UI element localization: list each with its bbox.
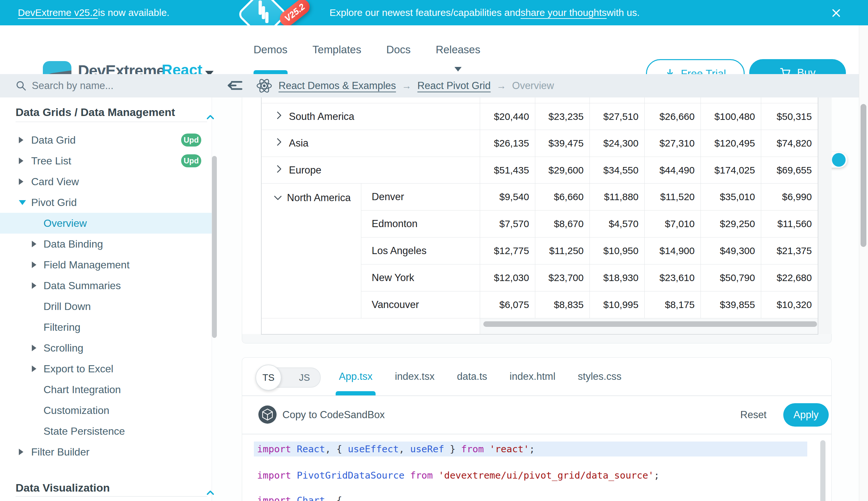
tab-app-tsx[interactable]: App.tsx [339,358,372,395]
pivot-cell: $100,480 [701,103,761,130]
sidebar-item-label: State Persistence [44,425,125,437]
sidebar-item-scrolling[interactable]: Scrolling [0,338,212,358]
banner-version-rest: is now available. [98,7,169,18]
chevron-up-icon [207,109,214,122]
tab-index-tsx[interactable]: index.tsx [395,358,434,395]
language-option-js[interactable]: JS [292,368,318,387]
copy-to-codesandbox-button[interactable]: Copy to CodeSandBox [283,396,385,434]
tab-index-html[interactable]: index.html [510,358,556,395]
chevron-right-icon [19,449,23,455]
breadcrumb-item-react-pivot-grid[interactable]: React Pivot Grid [417,80,491,92]
sidebar-scrollbar[interactable] [212,156,217,338]
code-token: ; [654,470,659,481]
pivot-cell: $8,835 [535,291,590,318]
pivot-row-south-america[interactable]: South America [262,103,480,130]
pivot-city-los-angeles[interactable]: Los Angeles [361,237,480,265]
pivot-city-vancouver[interactable]: Vancouver [361,291,480,318]
breadcrumb-separator: → [497,80,506,91]
language-toggle-knob[interactable]: TS [255,364,282,391]
sidebar-item-filter-builder[interactable]: Filter Builder [0,441,212,462]
nav-demos[interactable]: Demos [253,25,288,74]
pivot-cell: $23,700 [535,265,590,291]
sidebar-item-pivot-grid[interactable]: Pivot Grid [0,192,212,213]
apply-button[interactable]: Apply [783,403,829,427]
tab-styles-css[interactable]: styles.css [578,358,621,395]
page-scrollbar-track[interactable] [859,25,868,501]
theme-toggle-knob[interactable] [832,153,846,167]
codesandbox-icon[interactable] [259,405,277,424]
pivot-row-europe[interactable]: Europe [262,157,480,183]
pivot-vertical-scroll-gutter [818,97,832,334]
pivot-hscrollbar-track[interactable] [480,318,818,334]
sidebar-item-label: Chart Integration [44,384,121,396]
sidebar-item-drill-down[interactable]: Drill Down [0,296,212,317]
pivot-cell: $10,995 [590,291,645,318]
pivot-cell: $10,950 [590,237,645,265]
sidebar-section-data-grids-data-management[interactable]: Data Grids / Data Management [0,102,212,122]
breadcrumb-item-react-demos-examples[interactable]: React Demos & Examples [278,80,396,92]
sidebar-item-label: Customization [44,405,109,417]
sidebar-item-data-binding[interactable]: Data Binding [0,234,212,254]
pivot-scroll-left-cell [262,318,480,334]
sidebar-section-data-visualization[interactable]: Data Visualization [0,477,212,498]
sidebar-item-data-grid[interactable]: Data GridUpd [0,130,212,150]
pivot-hscrollbar-thumb[interactable] [483,321,817,327]
sidebar-item-data-summaries[interactable]: Data Summaries [0,275,212,296]
language-toggle[interactable]: TS JS [256,367,321,387]
sidebar-item-tree-list[interactable]: Tree ListUpd [0,150,212,171]
pivot-city-edmonton[interactable]: Edmonton [361,211,480,237]
pivot-clipped-cell [701,97,761,103]
code-editor[interactable]: import React, { useEffect, useRef } from… [242,434,831,501]
pivot-cell: $11,250 [535,237,590,265]
pivot-cell: $120,495 [701,130,761,157]
nav-label: Templates [312,44,361,56]
nav-releases[interactable]: Releases [436,25,481,74]
pivot-cell: $26,660 [645,103,701,130]
pivot-city-new-york[interactable]: New York [361,265,480,291]
reset-button[interactable]: Reset [736,396,771,434]
code-token: } [444,444,461,455]
pivot-clipped-cell [645,97,701,103]
tab-data-ts[interactable]: data.ts [457,358,487,395]
chevron-right-icon [19,178,23,185]
sidebar-item-label: Pivot Grid [31,196,77,209]
sidebar-item-state-persistence[interactable]: State Persistence [0,421,212,441]
sidebar-item-filtering[interactable]: Filtering [0,317,212,338]
releases-caret-icon [454,67,462,72]
code-token: import [257,495,297,501]
sidebar-item-customization[interactable]: Customization [0,400,212,421]
code-scrollbar[interactable] [820,440,825,501]
pivot-clipped-cell [590,97,645,103]
code-token: useRef [410,444,444,455]
nav-templates[interactable]: Templates [312,25,361,74]
pivot-cell: $69,655 [761,157,818,183]
chevron-down-icon [273,192,283,204]
sidebar-item-card-view[interactable]: Card View [0,171,212,192]
sidebar-divider [15,496,207,497]
pivot-cell: $7,010 [645,211,701,237]
chevron-right-icon [32,241,36,247]
pivot-cell: $14,900 [645,237,701,265]
pivot-cell: $27,510 [590,103,645,130]
sidebar-item-export-to-excel[interactable]: Export to Excel [0,358,212,379]
close-icon[interactable] [829,6,844,20]
chevron-right-icon [32,345,36,351]
banner-version-link[interactable]: DevExtreme v25.2 [18,7,98,18]
code-token: import [257,470,297,481]
banner-feedback-link[interactable]: share your thoughts [521,7,607,18]
pivot-cell: $11,520 [645,183,701,211]
nav-docs[interactable]: Docs [386,25,411,74]
pivot-cell: $26,135 [480,130,535,157]
pivot-row-asia[interactable]: Asia [262,130,480,157]
sidebar-search[interactable] [0,74,212,97]
pivot-row-north-america[interactable]: North America [262,183,361,318]
sidebar-item-field-management[interactable]: Field Management [0,254,212,275]
sidebar-item-overview[interactable]: Overview [0,213,212,234]
sidebar-collapse-icon[interactable] [227,79,243,93]
sidebar-item-chart-integration[interactable]: Chart Integration [0,379,212,400]
pivot-city-denver[interactable]: Denver [361,183,480,211]
page-scrollbar-thumb[interactable] [860,104,866,247]
pivot-cell: $10,320 [761,291,818,318]
search-input[interactable] [31,79,188,92]
main-nav: DemosTemplatesDocsReleases [253,25,481,74]
